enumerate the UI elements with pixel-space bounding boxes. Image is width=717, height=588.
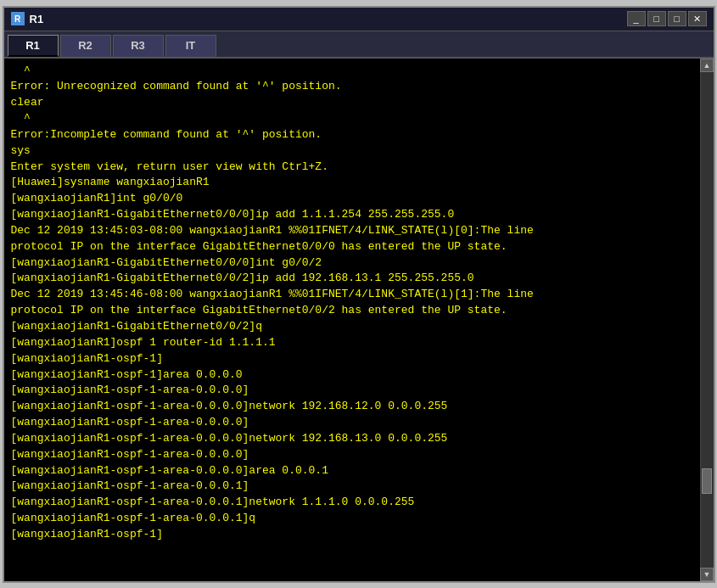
terminal-output[interactable]: ^ Error: Unrecognized command found at '… [4, 59, 700, 581]
restore-button[interactable]: □ [647, 11, 666, 26]
tab-it[interactable]: IT [165, 35, 216, 57]
scroll-down-button[interactable]: ▼ [700, 568, 714, 581]
scrollbar-thumb[interactable] [702, 468, 712, 494]
window-title: R1 [30, 13, 44, 25]
tab-r3[interactable]: R3 [113, 35, 164, 57]
title-bar-left: R R1 [11, 12, 44, 25]
tab-r1[interactable]: R1 [8, 35, 59, 57]
scroll-up-button[interactable]: ▲ [700, 59, 714, 72]
terminal-wrapper: ^ Error: Unrecognized command found at '… [4, 59, 714, 581]
tab-bar: R1 R2 R3 IT [4, 31, 714, 59]
main-window: R R1 _ □ □ ✕ R1 R2 R3 IT ^ Error: Unreco… [3, 6, 715, 583]
title-bar: R R1 _ □ □ ✕ [4, 8, 714, 31]
maximize-button[interactable]: □ [668, 11, 686, 26]
minimize-button[interactable]: _ [627, 11, 646, 26]
app-icon: R [11, 12, 25, 25]
scrollbar-track[interactable] [701, 72, 714, 568]
tab-r2[interactable]: R2 [60, 35, 111, 57]
scrollbar[interactable]: ▲ ▼ [700, 59, 714, 581]
close-button[interactable]: ✕ [688, 11, 707, 26]
window-controls: _ □ □ ✕ [627, 11, 707, 26]
